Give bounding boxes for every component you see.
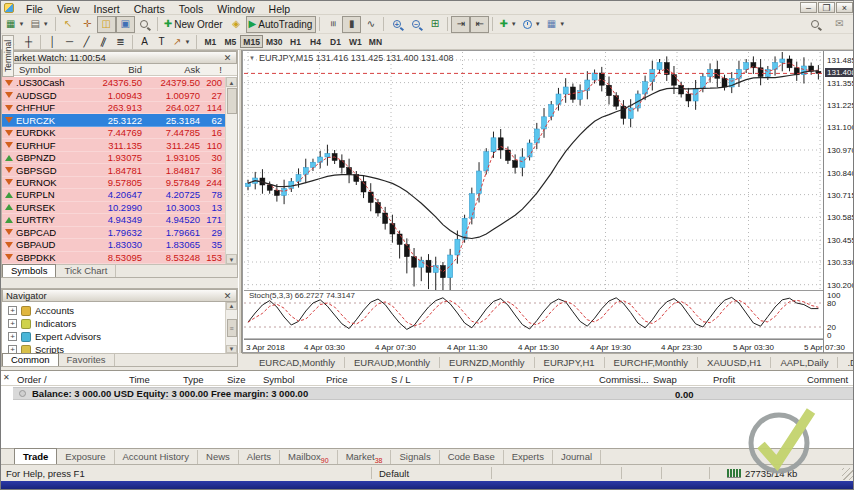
column-ask[interactable]: Ask xyxy=(142,64,200,75)
terminal-tab-trade[interactable]: Trade xyxy=(14,448,57,464)
periods-button[interactable]: ▼ xyxy=(520,16,544,33)
chart-tab-aapl-daily[interactable]: AAPL,Daily xyxy=(771,357,838,368)
auto-scroll-button[interactable]: ⇥ xyxy=(451,16,470,33)
scroll-up-icon[interactable]: ▲ xyxy=(226,302,237,310)
navigator-toggle[interactable]: ▣ xyxy=(116,16,135,33)
timeframe-d1[interactable]: D1 xyxy=(325,35,345,48)
fibonacci-tool[interactable]: ≣ xyxy=(112,35,129,49)
market-watch-row[interactable]: EURSEK10.299010.300313 xyxy=(2,202,225,214)
vertical-line-tool[interactable]: │ xyxy=(44,35,61,49)
horizontal-line-tool[interactable]: ─ xyxy=(61,35,78,49)
tile-windows-button[interactable]: ⊞ xyxy=(425,16,444,33)
terminal-column-0[interactable]: Order / xyxy=(17,374,47,385)
menu-file[interactable]: File xyxy=(19,3,50,15)
bar-chart-button[interactable]: ≡ xyxy=(323,16,342,33)
tab-symbols[interactable]: Symbols xyxy=(2,264,56,277)
autotrading-button[interactable]: ▶AutoTrading xyxy=(246,16,317,33)
label-tool[interactable]: T xyxy=(153,35,170,49)
chart-tab--de30cash-m1[interactable]: .DE30Cash,M1 xyxy=(838,357,854,368)
market-watch-titlebar[interactable]: Market Watch: 11:00:54 ✕ xyxy=(2,51,237,64)
line-chart-button[interactable]: ∿ xyxy=(361,16,380,33)
market-watch-row[interactable]: GBPAUD1.830301.8306535 xyxy=(2,239,225,251)
navigator-close-icon[interactable]: ✕ xyxy=(222,291,233,301)
new-order-button[interactable]: ✚New Order xyxy=(161,16,227,33)
market-watch-scrollbar[interactable]: ▲ ▼ xyxy=(225,77,237,264)
chart-window[interactable]: ▼ EURJPY,M15 131.416 131.425 131.400 131… xyxy=(242,50,854,353)
close-button[interactable]: × xyxy=(836,2,853,13)
navigator-titlebar[interactable]: Navigator ✕ xyxy=(2,289,237,302)
terminal-column-6[interactable]: S / L xyxy=(391,374,411,385)
tab-tick-chart[interactable]: Tick Chart xyxy=(56,265,116,277)
timeframe-mn[interactable]: MN xyxy=(365,35,385,48)
timeframe-m30[interactable]: M30 xyxy=(263,35,286,48)
terminal-column-10[interactable]: Swap xyxy=(653,374,677,385)
navigator-item-indicators[interactable]: +Indicators xyxy=(2,317,225,330)
terminal-tab-account-history[interactable]: Account History xyxy=(115,450,199,464)
terminal-column-1[interactable]: Time xyxy=(129,374,150,385)
time-axis[interactable]: 3 Apr 20184 Apr 03:304 Apr 07:304 Apr 11… xyxy=(244,339,823,353)
timeframe-m1[interactable]: M1 xyxy=(200,35,220,48)
scrollbar-thumb[interactable] xyxy=(227,88,237,114)
terminal-tab-market[interactable]: Market38 xyxy=(338,450,392,464)
search-button[interactable] xyxy=(805,16,824,33)
chat-button[interactable]: ✉ xyxy=(830,16,849,33)
timeframe-m15[interactable]: M15 xyxy=(240,35,263,48)
trendline-tool[interactable]: ╱ xyxy=(78,35,95,49)
market-watch-row[interactable]: EURDKK7.447697.4478516 xyxy=(2,127,225,139)
channel-tool[interactable]: ∥ xyxy=(95,35,112,49)
terminal-column-9[interactable]: Commissi... xyxy=(599,374,649,385)
market-watch-row[interactable]: EURTRY4.943494.94520171 xyxy=(2,214,225,226)
scroll-up-icon[interactable]: ▲ xyxy=(226,77,237,87)
terminal-tab-mailbox[interactable]: Mailbox90 xyxy=(280,450,338,464)
terminal-column-3[interactable]: Size xyxy=(227,374,245,385)
timeframe-h1[interactable]: H1 xyxy=(285,35,305,48)
minimize-button[interactable]: – xyxy=(800,2,817,13)
market-watch-row[interactable]: EURCZK25.312225.318462 xyxy=(2,114,225,126)
market-watch-row[interactable]: AUDSGD1.009431.0097027 xyxy=(2,89,225,101)
column-bid[interactable]: Bid xyxy=(84,64,142,75)
menu-window[interactable]: Window xyxy=(210,3,261,15)
terminal-tab-experts[interactable]: Experts xyxy=(504,450,553,464)
terminal-tab-news[interactable]: News xyxy=(198,450,239,464)
column-spread[interactable]: ! xyxy=(200,64,225,75)
collapse-icon[interactable]: ▼ xyxy=(249,55,255,61)
menu-tools[interactable]: Tools xyxy=(172,3,211,15)
expand-icon[interactable]: + xyxy=(8,319,17,328)
strategy-tester-toggle[interactable] xyxy=(135,16,154,33)
timeframe-h4[interactable]: H4 xyxy=(305,35,325,48)
terminal-column-12[interactable]: Comment xyxy=(807,374,848,385)
market-watch-row[interactable]: EURHUF311.135311.245110 xyxy=(2,139,225,151)
indicators-button[interactable]: ✚▼ xyxy=(496,16,519,33)
terminal-column-4[interactable]: Symbol xyxy=(263,374,295,385)
price-axis[interactable]: 131.485131.355131.225131.100130.970130.8… xyxy=(823,51,854,354)
tab-common[interactable]: Common xyxy=(2,353,59,366)
terminal-tab-exposure[interactable]: Exposure xyxy=(57,450,114,464)
chart-tab-eurnzd-monthly[interactable]: EURNZD,Monthly xyxy=(440,357,535,368)
chart-tab-euraud-monthly[interactable]: EURAUD,Monthly xyxy=(345,357,440,368)
terminal-tab-alerts[interactable]: Alerts xyxy=(239,450,280,464)
new-chart-button[interactable]: ▦▼ xyxy=(3,16,27,33)
metaeditor-button[interactable]: ◈ xyxy=(227,16,246,33)
timeframe-m5[interactable]: M5 xyxy=(220,35,240,48)
market-watch-row[interactable]: GBPSGD1.847811.8481736 xyxy=(2,164,225,176)
terminal-column-5[interactable]: Price xyxy=(326,374,348,385)
navigator-item-accounts[interactable]: +Accounts xyxy=(2,304,225,317)
profiles-button[interactable]: ▤▼ xyxy=(27,16,51,33)
market-watch-row[interactable]: GBPCAD1.796321.7966129 xyxy=(2,227,225,239)
market-watch-row[interactable]: .US30Cash24376.5024379.50200 xyxy=(2,77,225,89)
market-watch-row[interactable]: EURNOK9.578059.57849244 xyxy=(2,177,225,189)
zoom-out-button[interactable]: − xyxy=(406,16,425,33)
chart-tab-eurcad-monthly[interactable]: EURCAD,Monthly xyxy=(250,357,345,368)
market-watch-toggle[interactable]: ◫ xyxy=(97,16,116,33)
expand-icon[interactable]: + xyxy=(8,306,17,315)
templates-button[interactable]: ▦▼ xyxy=(544,16,568,33)
zoom-in-button[interactable]: + xyxy=(387,16,406,33)
market-watch-row[interactable]: GBPNZD1.930751.9310530 xyxy=(2,152,225,164)
candlestick-chart[interactable] xyxy=(244,52,822,290)
chart-tab-xauusd-h1[interactable]: XAUUSD,H1 xyxy=(698,357,771,368)
cursor-button[interactable]: ↖ xyxy=(59,16,78,33)
tab-favorites[interactable]: Favorites xyxy=(59,354,115,366)
terminal-column-11[interactable]: Profit xyxy=(713,374,735,385)
chart-shift-button[interactable]: ⇤ xyxy=(470,16,489,33)
market-watch-close-icon[interactable]: ✕ xyxy=(222,53,233,63)
